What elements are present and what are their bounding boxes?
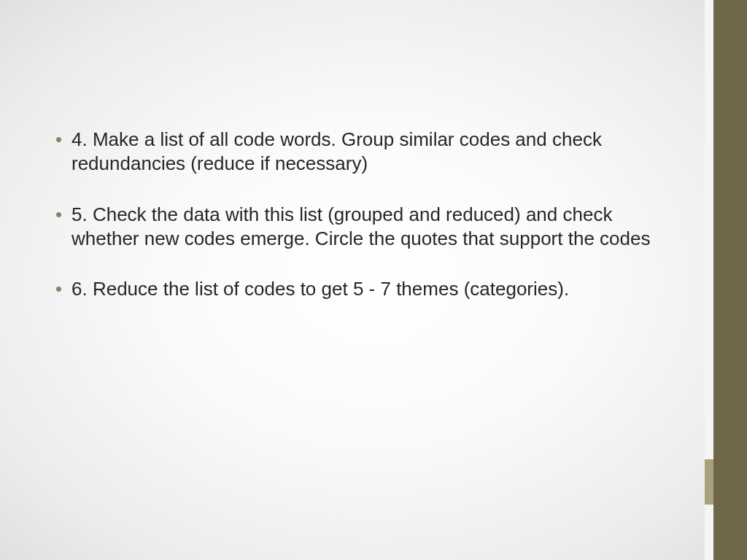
bullet-item: 5. Check the data with this list (groupe… [51,203,667,252]
sidebar-accent-block [705,459,713,505]
bullet-item: 6. Reduce the list of codes to get 5 - 7… [51,277,667,301]
bullet-list: 4. Make a list of all code words. Group … [51,128,667,301]
bullet-item: 4. Make a list of all code words. Group … [51,128,667,176]
bullet-text: 4. Make a list of all code words. Group … [71,128,602,174]
bullet-text: 5. Check the data with this list (groupe… [71,203,650,249]
sidebar-outer-band [713,0,747,560]
slide-content: 4. Make a list of all code words. Group … [51,128,667,327]
presentation-slide: 4. Make a list of all code words. Group … [0,0,747,560]
bullet-text: 6. Reduce the list of codes to get 5 - 7… [71,278,569,300]
